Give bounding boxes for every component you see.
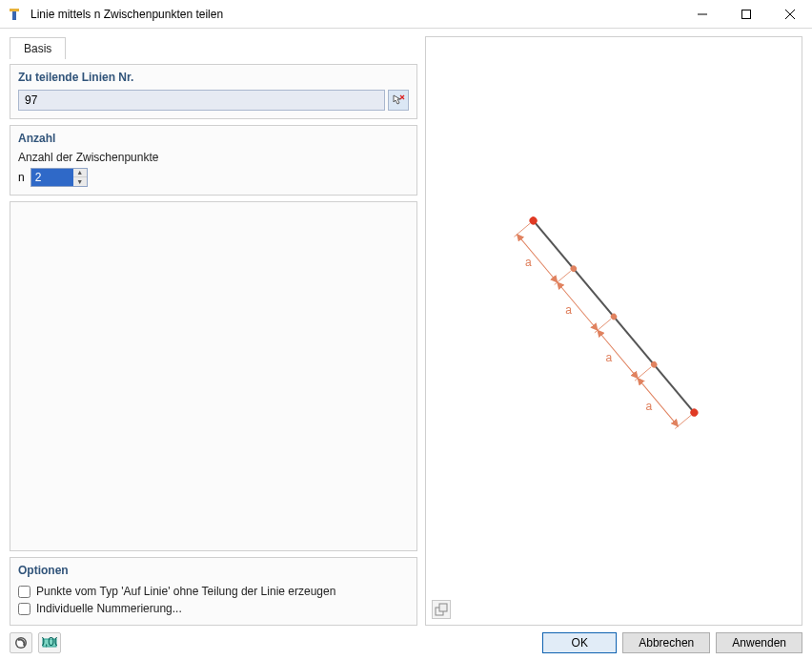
group-heading-options: Optionen <box>18 564 409 577</box>
checkbox-numbering[interactable] <box>18 603 30 615</box>
preview-drawing: a a a a <box>426 37 802 587</box>
svg-rect-24 <box>439 604 447 611</box>
svg-rect-1 <box>10 9 19 11</box>
minimize-button[interactable] <box>680 0 724 29</box>
title-bar: Linie mittels n Zwischenpunkten teilen <box>0 0 812 29</box>
group-count: Anzahl Anzahl der Zwischenpunkte n ▲ ▼ <box>10 125 417 196</box>
segment-label: a <box>565 303 572 317</box>
count-step-down[interactable]: ▼ <box>73 177 87 186</box>
group-options: Optionen Punkte vom Typ 'Auf Linie' ohne… <box>10 557 417 626</box>
lines-input[interactable] <box>18 90 385 111</box>
group-heading-lines: Zu teilende Linien Nr. <box>18 71 409 84</box>
app-icon <box>10 7 25 22</box>
svg-rect-3 <box>742 10 751 18</box>
svg-line-19 <box>555 271 571 284</box>
bottom-bar: 0,00 OK Abbrechen Anwenden <box>0 626 812 660</box>
checkbox-on-line[interactable] <box>18 586 30 598</box>
count-prefix: n <box>18 171 25 184</box>
apply-button[interactable]: Anwenden <box>716 632 802 653</box>
group-blank <box>10 201 417 551</box>
maximize-button[interactable] <box>724 0 768 29</box>
svg-line-20 <box>595 320 611 333</box>
preview-tool-button[interactable] <box>432 600 451 619</box>
help-button[interactable] <box>10 632 32 653</box>
units-button[interactable]: 0,00 <box>38 632 61 653</box>
ok-button[interactable]: OK <box>542 632 617 653</box>
count-label: Anzahl der Zwischenpunkte <box>18 151 409 164</box>
preview-panel: a a a a <box>425 36 802 626</box>
close-button[interactable] <box>768 0 812 29</box>
pick-lines-button[interactable] <box>388 90 409 111</box>
segment-label: a <box>525 256 532 269</box>
svg-line-22 <box>675 415 691 428</box>
segment-label: a <box>646 400 653 413</box>
window-title: Linie mittels n Zwischenpunkten teilen <box>30 8 680 21</box>
group-lines-to-split: Zu teilende Linien Nr. <box>10 64 417 119</box>
cancel-button[interactable]: Abbrechen <box>622 632 710 653</box>
tab-strip: Basis <box>10 36 417 58</box>
svg-line-21 <box>635 367 651 381</box>
svg-text:0,00: 0,00 <box>42 636 57 649</box>
count-input[interactable] <box>31 169 73 186</box>
segment-label: a <box>605 351 612 364</box>
group-heading-count: Anzahl <box>18 132 409 145</box>
svg-line-18 <box>514 223 530 237</box>
checkbox-numbering-label: Individuelle Nummerierung... <box>36 602 182 615</box>
count-spinner[interactable]: ▲ ▼ <box>30 168 88 187</box>
count-step-up[interactable]: ▲ <box>73 169 87 177</box>
checkbox-on-line-label: Punkte vom Typ 'Auf Linie' ohne Teilung … <box>36 585 335 598</box>
tab-basis[interactable]: Basis <box>10 37 66 59</box>
